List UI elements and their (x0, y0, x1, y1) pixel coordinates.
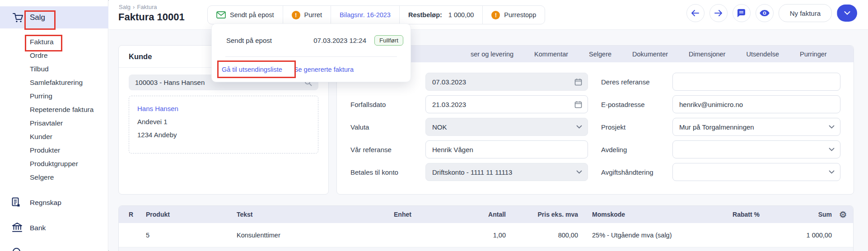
vat-handling-select[interactable] (672, 163, 840, 181)
table-footer-strip (119, 247, 853, 251)
currency-value: NOK (432, 123, 447, 131)
status-bilagsnr: Bilagsnr. 16-2023 (331, 6, 399, 24)
cell-produkt[interactable]: 5 (146, 232, 237, 239)
breadcrumb-separator: › (133, 4, 135, 10)
cell-sum[interactable]: 1 000,00 (760, 232, 832, 239)
email-field[interactable]: henrikv@unimicro.no (672, 95, 840, 113)
invoice-status-bar: Sendt på epost ! Purret Bilagsnr. 16-202… (207, 5, 545, 24)
status-purrestopp: ! Purrestopp (482, 6, 545, 24)
comments-button[interactable] (733, 4, 751, 22)
forward-button[interactable] (709, 4, 728, 22)
department-label: Avdeling (601, 146, 672, 153)
chevron-down-icon[interactable] (576, 125, 582, 129)
pay-to-account-label: Betales til konto (350, 168, 425, 176)
sidebar-item-purring[interactable]: Purring (30, 92, 52, 101)
send-invoice-button[interactable]: Send faktura (837, 5, 857, 22)
breadcrumb-current: Faktura (137, 4, 157, 10)
send-invoice-dropdown-toggle[interactable] (837, 5, 857, 22)
calendar-icon[interactable] (574, 78, 582, 86)
tab-dokumenter[interactable]: Dokumenter (632, 51, 668, 58)
col-header-momskode: Momskode (578, 211, 688, 218)
sidebar-section-bank[interactable]: Bank (30, 223, 46, 232)
status-badge: Fullført (374, 35, 403, 46)
invoice-detail-card: ser og levering Kommentar Selgere Dokume… (336, 45, 854, 195)
our-reference-field[interactable]: Henrik Vågen (425, 140, 588, 158)
sidebar-bottom-icon (13, 248, 20, 251)
tab-purringer[interactable]: Purringer (800, 51, 827, 58)
bank-icon (12, 222, 23, 232)
preview-button[interactable] (756, 4, 774, 22)
project-value: Mur på Torgalmenningen (679, 123, 754, 131)
eye-icon (760, 10, 770, 16)
customer-name-link[interactable]: Hans Hansen (137, 102, 310, 115)
our-reference-value: Henrik Vågen (432, 146, 473, 153)
arrow-right-icon (714, 9, 723, 17)
dropdown-event-row: Sendt på epost 07.03.2023 12:24 Fullført (212, 24, 411, 56)
new-invoice-button[interactable]: Ny faktura (779, 4, 832, 22)
currency-select[interactable]: NOK (425, 118, 588, 136)
sidebar-item-selgere[interactable]: Selgere (30, 173, 54, 182)
sidebar-item-produktgrupper[interactable]: Produktgrupper (30, 159, 78, 168)
sidebar-item-prisavtaler[interactable]: Prisavtaler (30, 119, 63, 128)
tab-selgere[interactable]: Selgere (589, 51, 611, 58)
cell-tekst[interactable]: Konsulenttimer (237, 232, 394, 239)
our-reference-label: Vår referanse (350, 146, 425, 153)
sidebar-item-faktura[interactable]: Faktura (30, 37, 54, 46)
tab-adresser-og-levering[interactable]: ser og levering (471, 51, 513, 58)
customer-address-line2: 1234 Andeby (137, 128, 310, 141)
table-row[interactable]: 5 Konsulenttimer 1,00 800,00 25% - Utgåe… (119, 223, 853, 247)
col-header-enhet: Enhet (394, 211, 476, 218)
due-date-label: Forfallsdato (350, 101, 425, 108)
col-header-produkt: Produkt (146, 211, 237, 218)
sidebar-item-repeterende-faktura[interactable]: Repeterende faktura (30, 105, 93, 114)
send-status-dropdown: Sendt på epost 07.03.2023 12:24 Fullført… (211, 23, 411, 82)
tab-dimensjoner[interactable]: Dimensjoner (689, 51, 725, 58)
see-generated-invoice-link[interactable]: Se genererte faktura (294, 66, 354, 73)
status-purret: ! Purret (283, 6, 331, 24)
restbelop-label: Restbeløp: (408, 11, 442, 19)
cell-pris[interactable]: 800,00 (506, 232, 578, 239)
sidebar-item-ordre[interactable]: Ordre (30, 51, 48, 60)
calendar-icon[interactable] (574, 101, 582, 108)
chevron-down-icon[interactable] (829, 125, 835, 129)
go-to-outbox-link[interactable]: Gå til utsendingsliste (222, 66, 282, 73)
their-reference-label: Deres referanse (601, 78, 672, 86)
header-actions: Ny faktura Send faktura (686, 4, 857, 22)
sidebar-section-salg[interactable]: Salg (0, 6, 108, 28)
chat-icon (737, 9, 746, 17)
project-select[interactable]: Mur på Torgalmenningen (672, 118, 840, 136)
warning-icon: ! (491, 11, 500, 19)
project-label: Prosjekt (601, 123, 672, 131)
sidebar-section-regnskap[interactable]: Regnskap (30, 198, 61, 207)
bilagsnr-link[interactable]: Bilagsnr. 16-2023 (340, 11, 391, 19)
tab-utsendelse[interactable]: Utsendelse (746, 51, 779, 58)
back-button[interactable] (686, 4, 705, 22)
customer-search-value: 100003 - Hans Hansen (135, 79, 205, 86)
invoice-date-field[interactable]: 07.03.2023 (425, 73, 588, 91)
status-sent-email[interactable]: Sendt på epost (208, 6, 283, 24)
sidebar-item-tilbud[interactable]: Tilbud (30, 65, 49, 74)
dropdown-links-row: Gå til utsendingsliste Se genererte fakt… (212, 57, 411, 82)
table-settings-gear-icon[interactable]: ⚙ (839, 210, 847, 219)
tab-kommentar[interactable]: Kommentar (534, 51, 568, 58)
chevron-down-icon[interactable] (829, 170, 835, 174)
sidebar-item-kunder[interactable]: Kunder (30, 132, 52, 141)
sidebar-item-samlefakturering[interactable]: Samlefakturering (30, 78, 83, 87)
status-sent-email-label: Sendt på epost (230, 11, 274, 19)
their-reference-field[interactable] (672, 73, 840, 91)
col-header-pris: Pris eks. mva (506, 211, 578, 218)
department-select[interactable] (672, 140, 840, 158)
form-column-left: 07.03.2023 Forfallsdato 21.03.2023 (350, 73, 588, 186)
warning-icon: ! (292, 11, 300, 19)
cell-antall[interactable]: 1,00 (476, 232, 506, 239)
breadcrumb: Salg›Faktura (119, 4, 157, 10)
chevron-down-icon[interactable] (829, 148, 835, 151)
due-date-field[interactable]: 21.03.2023 (425, 95, 588, 113)
breadcrumb-parent[interactable]: Salg (119, 4, 131, 10)
form-column-right: Deres referanse E-postadresse henrikv@un… (601, 73, 840, 186)
pay-to-account-select[interactable]: Driftskonto - 1111 11 11113 (425, 163, 588, 181)
sidebar-item-produkter[interactable]: Produkter (30, 146, 60, 155)
arrow-left-icon (691, 9, 700, 17)
cell-momskode[interactable]: 25% - Utgående mva (salg) (578, 232, 688, 239)
chevron-down-icon[interactable] (576, 170, 582, 174)
